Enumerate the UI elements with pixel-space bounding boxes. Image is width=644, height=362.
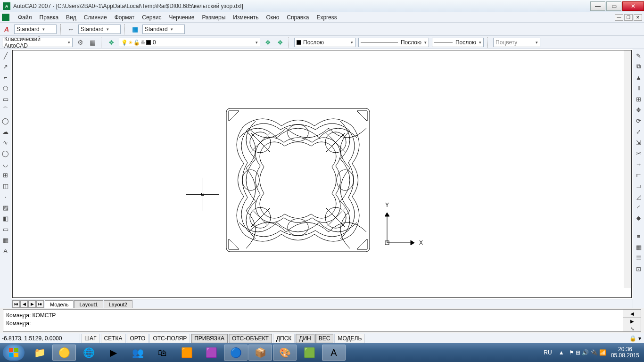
polygon-icon[interactable]: ⬠ [1, 83, 10, 93]
coordinates[interactable]: -6.8173, 1.5129, 0.0000 [0, 334, 80, 343]
status-toggle-привязка[interactable]: ПРИВЯЗКА [191, 334, 228, 343]
status-toggle-отс-объект[interactable]: ОТС-ОБЪЕКТ [229, 334, 272, 343]
status-toggle-дин[interactable]: ДИН [296, 334, 314, 343]
status-toggle-орто[interactable]: ОРТО [127, 334, 149, 343]
menu-express[interactable]: Express [313, 13, 340, 22]
comm-icon[interactable]: 🔒 [629, 335, 636, 342]
start-button[interactable] [3, 345, 25, 361]
menu-format[interactable]: Формат [111, 13, 139, 22]
layer-combo[interactable]: 💡☀🔓🖶 0▾ [119, 38, 260, 47]
circle-icon[interactable]: ◯ [1, 116, 10, 125]
menu-view[interactable]: Вид [62, 13, 80, 22]
arc-icon[interactable]: ⌒ [1, 105, 10, 115]
workspace-settings-icon[interactable]: ⚙ [75, 38, 85, 47]
menu-dimension[interactable]: Размеры [198, 13, 229, 22]
rotate-icon[interactable]: ⟳ [634, 116, 644, 125]
menu-tools[interactable]: Сервис [138, 13, 165, 22]
tablestyle-combo[interactable]: Standard▾ [142, 25, 185, 34]
region-icon[interactable]: ▭ [1, 224, 10, 234]
point-icon[interactable]: · [1, 192, 10, 201]
workspace-combo[interactable]: Классический AutoCAD▾ [2, 38, 73, 47]
spline-icon[interactable]: ∿ [1, 138, 10, 147]
fillet-icon[interactable]: ◜ [634, 203, 644, 212]
erase-icon[interactable]: ✎ [634, 51, 644, 60]
polyline-icon[interactable]: ⌐ [1, 73, 10, 82]
chamfer-icon[interactable]: ◿ [634, 192, 644, 201]
copy-icon[interactable]: ⧉ [634, 62, 644, 71]
layer-states-icon[interactable]: ❖ [275, 38, 285, 47]
status-toggle-отс-поляр[interactable]: ОТС-ПОЛЯР [149, 334, 190, 343]
layers-icon[interactable]: ❖ [107, 38, 116, 47]
plotstyle-combo[interactable]: Поцвету▾ [493, 38, 540, 47]
lineweight-combo[interactable]: Послою▾ [432, 38, 484, 47]
layer-prev-icon[interactable]: ❖ [263, 38, 272, 47]
command-scroll[interactable]: ◀▶⤡ [623, 310, 641, 331]
break-icon[interactable]: ⊏ [634, 170, 644, 180]
mdi-restore-button[interactable]: ❐ [624, 14, 633, 21]
join-icon[interactable]: ⊐ [634, 181, 644, 190]
dimstyle-icon[interactable]: ↔ [66, 25, 75, 34]
mdi-min-button[interactable]: — [615, 14, 623, 21]
drawing-canvas[interactable]: X Y [12, 50, 632, 298]
tab-layout2[interactable]: Layout2 [104, 300, 132, 308]
minimize-button[interactable]: — [590, 1, 605, 11]
gradient-icon[interactable]: ◧ [1, 214, 10, 223]
textstyle-combo[interactable]: Standard▾ [14, 25, 57, 34]
menu-modify[interactable]: Изменить [229, 13, 262, 22]
task-store[interactable]: 🛍 [150, 345, 174, 361]
clock[interactable]: 20:36 05.08.2015 [611, 346, 641, 359]
dimstyle-combo[interactable]: Standard▾ [78, 25, 121, 34]
task-msn[interactable]: 👥 [126, 345, 149, 361]
task-app2[interactable]: 🟪 [199, 345, 223, 361]
id-icon[interactable]: ⊡ [634, 264, 644, 273]
tab-prev-button[interactable]: ◀ [20, 300, 28, 308]
workspace-lock-icon[interactable]: ▦ [88, 38, 97, 47]
scale-icon[interactable]: ⤢ [634, 127, 644, 136]
task-autocad[interactable]: A [322, 345, 346, 361]
command-line[interactable]: Команда: КОМСТР Команда: ◀▶⤡ [3, 309, 641, 332]
menu-insert[interactable]: Слияние [80, 13, 111, 22]
table-icon[interactable]: ▦ [1, 235, 10, 245]
task-wmp[interactable]: ▶ [101, 345, 125, 361]
task-skype[interactable]: 🔵 [224, 345, 248, 361]
task-winrar[interactable]: 📦 [248, 345, 272, 361]
tray-up-icon[interactable]: ▲ [559, 349, 564, 356]
dist-icon[interactable]: ≡ [634, 231, 644, 241]
status-toggle-сетка[interactable]: СЕТКА [101, 334, 126, 343]
linetype-combo[interactable]: Послою▾ [358, 38, 429, 47]
task-ie[interactable]: 🌐 [77, 345, 100, 361]
task-app1[interactable]: 🟧 [175, 345, 198, 361]
offset-icon[interactable]: ⫴ [634, 83, 644, 93]
hatch-icon[interactable]: ▨ [1, 203, 10, 212]
insert-block-icon[interactable]: ⊞ [1, 170, 10, 180]
ellipse-icon[interactable]: ◯ [1, 148, 10, 158]
ellipse-arc-icon[interactable]: ◡ [1, 159, 10, 169]
rectangle-icon[interactable]: ▭ [1, 94, 10, 104]
tab-next-button[interactable]: ▶ [28, 300, 36, 308]
menu-edit[interactable]: Правка [36, 13, 63, 22]
status-toggle-модель[interactable]: МОДЕЛЬ [334, 334, 365, 343]
tablestyle-icon[interactable]: ▦ [130, 25, 140, 34]
menu-file[interactable]: Файл [14, 13, 36, 22]
color-combo[interactable]: Послою▾ [294, 38, 355, 47]
tray-settings-icon[interactable]: ▾ [638, 335, 641, 342]
tab-model[interactable]: Модель [45, 300, 74, 308]
line-icon[interactable]: ╱ [1, 51, 10, 60]
explode-icon[interactable]: ✸ [634, 214, 644, 223]
tray-icons[interactable]: ⚑ ⊞ 🔊 🔌 📶 [569, 349, 606, 356]
mtext-icon[interactable]: A [1, 246, 10, 255]
tab-first-button[interactable]: ⏮ [12, 300, 20, 308]
move-icon[interactable]: ✥ [634, 105, 644, 115]
task-paint[interactable]: 🎨 [273, 345, 297, 361]
xline-icon[interactable]: ↗ [1, 62, 10, 71]
task-chrome[interactable]: 🟡 [52, 345, 76, 361]
list-icon[interactable]: ☰ [634, 253, 644, 263]
menu-help[interactable]: Справка [283, 13, 313, 22]
status-toggle-вес[interactable]: ВЕС [315, 334, 334, 343]
menu-window[interactable]: Окно [262, 13, 283, 22]
array-icon[interactable]: ⊞ [634, 94, 644, 104]
mirror-icon[interactable]: ▲ [634, 73, 644, 82]
mdi-close-button[interactable]: ✕ [634, 14, 642, 21]
task-explorer[interactable]: 📁 [28, 345, 51, 361]
area-icon[interactable]: ▦ [634, 242, 644, 252]
